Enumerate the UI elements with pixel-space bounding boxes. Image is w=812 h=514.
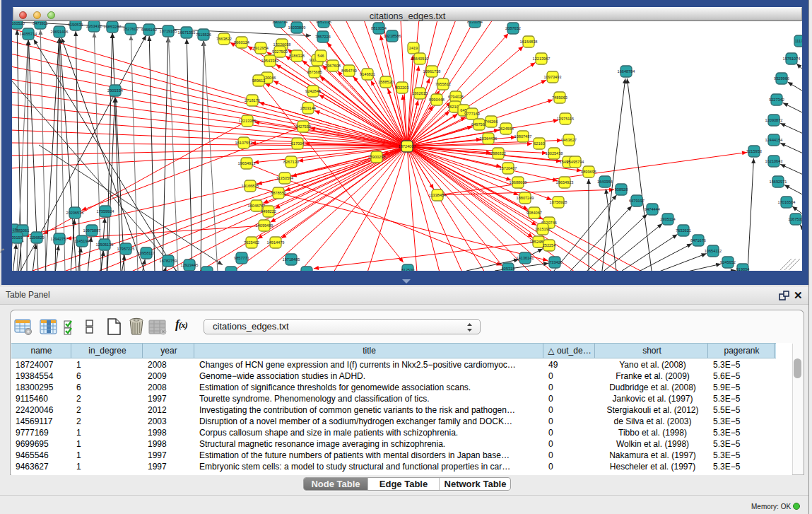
svg-text:4498222: 4498222 bbox=[261, 209, 276, 214]
svg-text:10975887: 10975887 bbox=[83, 228, 101, 233]
svg-text:7955812: 7955812 bbox=[435, 82, 451, 86]
svg-text:8990448: 8990448 bbox=[429, 98, 445, 102]
svg-text:9463627: 9463627 bbox=[561, 138, 577, 142]
svg-text:10756928: 10756928 bbox=[550, 200, 567, 204]
svg-text:19166825: 19166825 bbox=[242, 184, 259, 188]
svg-text:2087652: 2087652 bbox=[505, 26, 521, 30]
svg-text:12942757: 12942757 bbox=[51, 237, 69, 241]
svg-text:1903714: 1903714 bbox=[272, 21, 288, 24]
svg-text:19718485: 19718485 bbox=[283, 257, 300, 262]
svg-text:14055714: 14055714 bbox=[20, 32, 37, 36]
svg-text:3215953: 3215953 bbox=[746, 149, 762, 153]
svg-text:2263432: 2263432 bbox=[86, 24, 102, 28]
svg-text:12093872: 12093872 bbox=[765, 118, 783, 122]
svg-text:9084067: 9084067 bbox=[526, 211, 542, 215]
svg-text:746266: 746266 bbox=[485, 119, 498, 124]
svg-text:10961758: 10961758 bbox=[423, 69, 441, 74]
svg-text:9052135: 9052135 bbox=[316, 21, 331, 24]
svg-text:10719185: 10719185 bbox=[160, 29, 177, 33]
svg-text:1190531: 1190531 bbox=[68, 23, 83, 27]
svg-text:10958117: 10958117 bbox=[138, 251, 155, 255]
svg-text:8186328: 8186328 bbox=[289, 54, 305, 58]
svg-text:9474444: 9474444 bbox=[645, 207, 660, 211]
svg-text:812530: 812530 bbox=[401, 268, 415, 271]
svg-text:14099489: 14099489 bbox=[256, 223, 273, 228]
svg-text:605318: 605318 bbox=[502, 267, 515, 271]
svg-text:15640910: 15640910 bbox=[411, 57, 429, 61]
svg-text:62160: 62160 bbox=[534, 141, 545, 146]
svg-text:718345: 718345 bbox=[225, 270, 238, 271]
svg-text:9327503: 9327503 bbox=[272, 49, 288, 54]
svg-text:8473911: 8473911 bbox=[33, 21, 47, 25]
svg-text:39159: 39159 bbox=[12, 235, 23, 240]
svg-text:9777169: 9777169 bbox=[464, 112, 480, 116]
svg-text:8267130: 8267130 bbox=[283, 160, 299, 164]
svg-text:10807487: 10807487 bbox=[514, 134, 532, 139]
svg-text:18724007: 18724007 bbox=[399, 144, 416, 148]
svg-text:16107552: 16107552 bbox=[235, 141, 253, 145]
svg-text:11338454: 11338454 bbox=[429, 193, 446, 197]
svg-text:12213389: 12213389 bbox=[239, 119, 257, 123]
svg-text:989612: 989612 bbox=[252, 78, 266, 83]
svg-text:3875685: 3875685 bbox=[307, 70, 322, 74]
svg-text:7632621: 7632621 bbox=[676, 228, 691, 233]
svg-text:1527602: 1527602 bbox=[123, 27, 139, 31]
svg-text:8813054: 8813054 bbox=[371, 26, 387, 30]
svg-text:17957225: 17957225 bbox=[117, 247, 135, 251]
svg-text:16154838: 16154838 bbox=[520, 40, 538, 44]
svg-text:19654913: 19654913 bbox=[238, 161, 256, 165]
svg-text:1640954: 1640954 bbox=[597, 180, 613, 184]
svg-text:919334: 919334 bbox=[736, 267, 750, 271]
svg-text:2905334: 2905334 bbox=[107, 88, 123, 93]
svg-text:8660124: 8660124 bbox=[234, 40, 249, 45]
svg-text:546: 546 bbox=[317, 54, 324, 58]
svg-text:8471676: 8471676 bbox=[690, 238, 706, 243]
svg-text:6794028: 6794028 bbox=[448, 95, 464, 99]
svg-text:12923445: 12923445 bbox=[181, 263, 199, 267]
svg-text:16782759: 16782759 bbox=[160, 259, 177, 263]
svg-text:10654112: 10654112 bbox=[705, 249, 722, 253]
svg-text:903152: 903152 bbox=[201, 270, 214, 271]
svg-text:9227342: 9227342 bbox=[769, 98, 784, 102]
svg-text:0899695: 0899695 bbox=[581, 170, 596, 174]
svg-text:10688609: 10688609 bbox=[510, 180, 527, 185]
svg-text:10543382: 10543382 bbox=[261, 59, 279, 63]
svg-text:18807249: 18807249 bbox=[517, 196, 534, 200]
svg-text:9245652: 9245652 bbox=[720, 260, 736, 264]
svg-text:8912954: 8912954 bbox=[253, 46, 269, 50]
svg-text:832203: 832203 bbox=[396, 86, 409, 90]
svg-text:7857224: 7857224 bbox=[315, 35, 331, 39]
svg-text:9146821: 9146821 bbox=[360, 72, 375, 76]
svg-text:15720407: 15720407 bbox=[500, 166, 517, 170]
svg-text:1588520: 1588520 bbox=[378, 80, 394, 84]
svg-text:3624554: 3624554 bbox=[498, 127, 514, 131]
svg-text:6479197: 6479197 bbox=[629, 199, 645, 203]
svg-text:9329966: 9329966 bbox=[774, 76, 789, 81]
svg-text:15495794: 15495794 bbox=[567, 160, 584, 164]
svg-text:9857771: 9857771 bbox=[234, 256, 249, 260]
svg-text:617004: 617004 bbox=[291, 141, 305, 146]
svg-text:2935114: 2935114 bbox=[660, 217, 675, 221]
svg-text:7485063: 7485063 bbox=[552, 95, 567, 100]
svg-text:7663822: 7663822 bbox=[216, 37, 232, 41]
svg-text:12975115: 12975115 bbox=[557, 117, 574, 121]
svg-text:19218586: 19218586 bbox=[384, 34, 401, 38]
svg-text:1733426: 1733426 bbox=[547, 260, 563, 264]
svg-text:17359924: 17359924 bbox=[97, 209, 114, 214]
svg-text:7515526: 7515526 bbox=[196, 33, 211, 37]
svg-text:14136141: 14136141 bbox=[517, 256, 534, 260]
svg-text:12444154: 12444154 bbox=[765, 138, 783, 142]
svg-text:16046766: 16046766 bbox=[248, 204, 266, 208]
svg-text:8131054: 8131054 bbox=[467, 21, 483, 24]
svg-text:8878552: 8878552 bbox=[271, 191, 286, 195]
svg-text:2718176: 2718176 bbox=[245, 98, 260, 103]
svg-text:10025438: 10025438 bbox=[546, 151, 563, 156]
svg-text:16033809: 16033809 bbox=[288, 25, 306, 30]
svg-text:1167533: 1167533 bbox=[788, 217, 802, 221]
svg-text:2803144: 2803144 bbox=[300, 106, 316, 110]
svg-text:16671355: 16671355 bbox=[178, 30, 196, 35]
svg-text:11176: 11176 bbox=[795, 39, 802, 43]
svg-text:1156829: 1156829 bbox=[29, 235, 44, 240]
svg-text:2419: 2419 bbox=[409, 46, 418, 50]
svg-text:15900295: 15900295 bbox=[368, 155, 386, 159]
